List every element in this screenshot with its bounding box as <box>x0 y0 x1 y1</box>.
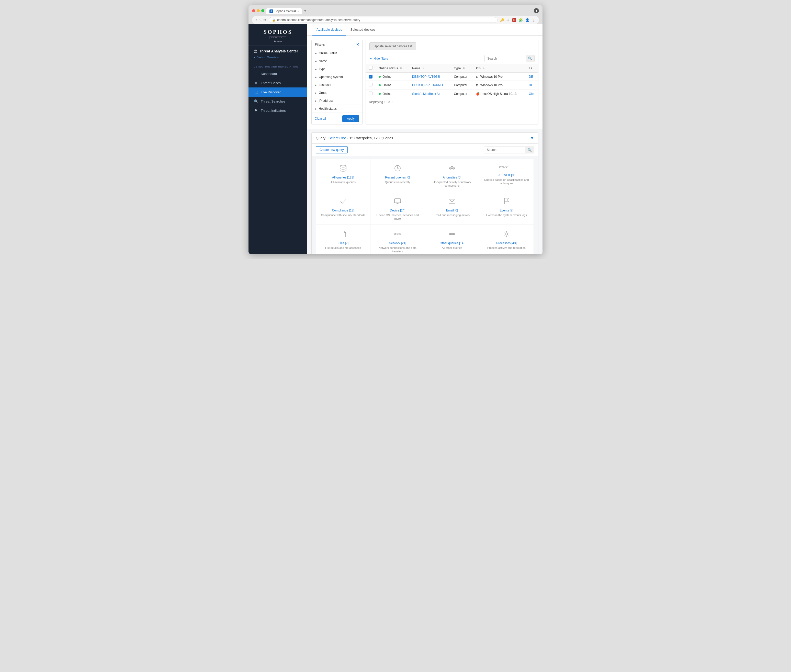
sidebar-logo: SOPHOS CENTRAL Admin <box>249 24 307 45</box>
row-checkbox[interactable]: ✓ <box>369 75 372 78</box>
svg-point-13 <box>449 233 451 235</box>
sidebar-item-dashboard[interactable]: ⊞ Dashboard <box>249 69 307 78</box>
query-section: Query : Select One - 15 Categories, 123 … <box>312 133 539 254</box>
category-other-queries[interactable]: Other queries [14] All other queries <box>425 225 479 254</box>
filter-name[interactable]: ▶ Name <box>312 57 362 65</box>
sidebar-item-threat-cases[interactable]: ◈ Threat Cases <box>249 78 307 88</box>
traffic-light-green[interactable] <box>261 9 264 12</box>
email-name: Email [0] <box>446 209 458 212</box>
browser-tab[interactable]: S Sophos Central × <box>266 8 302 14</box>
device-search-btn[interactable]: 🔍 <box>526 55 534 62</box>
category-compliance[interactable]: Compliance [13] Compliance with security… <box>316 192 371 225</box>
password-icon[interactable]: 🔑 <box>500 18 504 22</box>
category-processes[interactable]: Processes [43] Process activity and repu… <box>479 225 534 254</box>
device-type: Computer <box>451 90 473 98</box>
category-email[interactable]: Email [0] Email and messaging activity <box>425 192 479 225</box>
back-btn[interactable]: ‹ <box>256 18 257 22</box>
filter-online-status[interactable]: ▶ Online Status <box>312 50 362 57</box>
filters-close-btn[interactable]: ✕ <box>356 42 359 46</box>
other-queries-desc: All other queries <box>442 246 462 250</box>
sidebar-item-live-discover[interactable]: ⬚ Live Discover <box>249 88 307 97</box>
logo-sophos: SOPHOS <box>254 29 302 35</box>
profile-icon[interactable]: 👤 <box>526 18 529 22</box>
query-search-btn[interactable]: 🔍 <box>525 147 534 153</box>
filter-operating-system[interactable]: ▶ Operating system <box>312 73 362 81</box>
device-name-link[interactable]: DESKTOP-AVT6G8I <box>412 75 440 78</box>
page-number[interactable]: 1 <box>392 100 394 104</box>
other-queries-name: Other queries [14] <box>440 242 464 245</box>
filter-health-status[interactable]: ▶ Health status <box>312 105 362 113</box>
extensions-icon: ⬇ <box>535 10 537 12</box>
device-type: Computer <box>451 81 473 90</box>
bookmark-icon[interactable]: ☆ <box>507 18 510 22</box>
svg-text:ATT&CK™: ATT&CK™ <box>499 166 508 169</box>
status-text: Online <box>382 92 392 96</box>
address-bar[interactable]: central.sophos.com/manage/threat-analysi… <box>277 18 360 22</box>
dashboard-icon: ⊞ <box>254 72 258 76</box>
back-to-overview-label: Back to Overview <box>257 56 279 59</box>
pagination-info: Displaying 1 - 3 1 <box>366 98 538 106</box>
status-dot <box>379 76 381 78</box>
lock-icon: 🔒 <box>272 18 276 22</box>
col-name[interactable]: Name ⇅ <box>409 64 451 73</box>
status-text: Online <box>382 75 392 78</box>
category-all-queries[interactable]: All queries [123] All available queries <box>316 159 371 192</box>
filter-type[interactable]: ▶ Type <box>312 65 362 73</box>
category-recent-queries[interactable]: Recent queries [0] Queries run recently <box>371 159 425 192</box>
filter-ip-address[interactable]: ▶ IP address <box>312 97 362 105</box>
device-desc: Device OS, patches, services and more <box>373 213 422 221</box>
extension-icon[interactable]: S <box>512 18 516 22</box>
query-toolbar: Create new query 🔍 <box>312 144 538 156</box>
traffic-light-yellow[interactable] <box>257 9 260 12</box>
select-all-checkbox[interactable] <box>369 66 372 70</box>
os-icon: ⊞ <box>476 75 478 78</box>
clear-all-btn[interactable]: Clear all <box>315 117 326 120</box>
files-name: Files [7] <box>338 242 348 245</box>
category-device[interactable]: Device [24] Device OS, patches, services… <box>371 192 425 225</box>
category-events[interactable]: Events [7] Events in the system events l… <box>479 192 534 225</box>
svg-point-15 <box>453 233 455 235</box>
all-queries-icon <box>339 164 347 174</box>
all-queries-name: All queries [123] <box>332 176 354 179</box>
sidebar-item-threat-indicators-label: Threat Indicators <box>261 109 286 112</box>
category-anomalies[interactable]: Anomalies [0] Unexpected activity or net… <box>425 159 479 192</box>
svg-point-10 <box>397 233 398 235</box>
tab-selected-devices[interactable]: Selected devices <box>346 24 379 35</box>
filter-last-user[interactable]: ▶ Last user <box>312 81 362 89</box>
device-name-link[interactable]: DESKTOP-PEDAKMH <box>412 83 443 87</box>
traffic-light-red[interactable] <box>252 9 255 12</box>
sidebar-item-threat-searches[interactable]: 🔍 Threat Searches <box>249 97 307 106</box>
tab-available-devices[interactable]: Available devices <box>312 24 346 35</box>
apply-btn[interactable]: Apply <box>342 115 359 122</box>
puzzle-icon[interactable]: 🧩 <box>519 18 523 22</box>
table-row: ✓ Online DESKTOP-AVT6G8I Computer ⊞ Wind… <box>366 73 538 81</box>
category-attck[interactable]: ATT&CK™ ATT&CK [9] Queries based on atta… <box>479 159 534 192</box>
query-dropdown[interactable]: Query : Select One - 15 Categories, 123 … <box>312 133 538 144</box>
compliance-icon <box>339 197 347 206</box>
refresh-btn[interactable]: ↻ <box>263 18 266 22</box>
sidebar-item-threat-indicators[interactable]: ⚑ Threat Indicators <box>249 106 307 115</box>
category-network[interactable]: Network [21] Network connections and dat… <box>371 225 425 254</box>
filter-arrow-icon: ▶ <box>315 68 317 70</box>
new-tab-btn[interactable]: + <box>302 7 308 14</box>
hide-filters-btn[interactable]: ▼ Hide filters <box>369 57 388 60</box>
back-to-overview-link[interactable]: ◂ Back to Overview <box>249 54 307 62</box>
device-search-input[interactable] <box>485 56 526 62</box>
query-label: Query : <box>316 136 328 140</box>
device-name-link[interactable]: Gloria's MacBook Air <box>412 92 441 96</box>
row-checkbox[interactable] <box>369 83 372 86</box>
query-search-input[interactable] <box>484 147 525 153</box>
update-devices-btn[interactable]: Update selected devices list <box>369 42 416 50</box>
tab-title: Sophos Central <box>275 10 296 13</box>
category-files[interactable]: Files [7] File details and file accesses <box>316 225 371 254</box>
filter-name-label: Name <box>319 59 327 63</box>
tab-close-btn[interactable]: × <box>297 10 299 13</box>
filter-arrow-icon: ▶ <box>315 91 317 94</box>
forward-btn[interactable]: › <box>259 18 261 22</box>
row-checkbox[interactable] <box>369 91 372 95</box>
filter-group[interactable]: ▶ Group <box>312 89 362 97</box>
create-new-query-btn[interactable]: Create new query <box>316 146 348 154</box>
status-text: Online <box>382 83 392 87</box>
live-discover-icon: ⬚ <box>254 90 258 94</box>
menu-icon[interactable]: ⋮ <box>532 18 535 22</box>
